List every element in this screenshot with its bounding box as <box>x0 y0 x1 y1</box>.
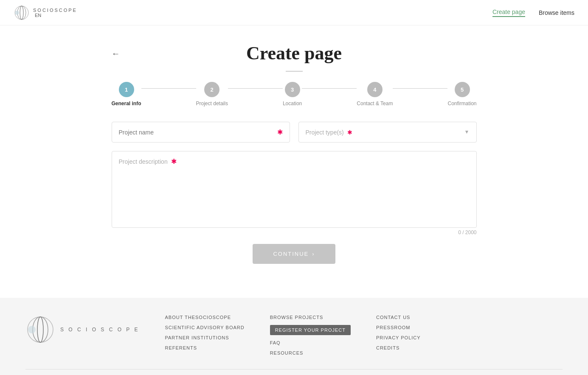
svg-point-3 <box>15 11 19 15</box>
step-5: 5 Confirmation <box>447 82 476 106</box>
description-required: ✱ <box>171 157 177 165</box>
footer-link-about[interactable]: ABOUT THESOCIOSCOPE <box>165 315 244 320</box>
page-header: ← Create page <box>112 42 477 64</box>
step-4-label: Contact & Team <box>357 101 393 106</box>
continue-button[interactable]: CONTINUE › <box>253 244 335 264</box>
step-3-circle: 3 <box>285 82 300 97</box>
svg-point-2 <box>20 6 23 20</box>
svg-point-7 <box>28 326 36 333</box>
svg-point-6 <box>37 317 43 342</box>
footer-link-pressroom[interactable]: PRESSROOM <box>376 325 421 330</box>
footer-link-advisory[interactable]: SCIENTIFIC ADVISORY BOARD <box>165 325 244 330</box>
step-1-label: General info <box>112 101 141 106</box>
step-4: 4 Contact & Team <box>357 82 393 106</box>
char-count: 0 / 2000 <box>112 229 477 235</box>
main-content: ← Create page 1 General info 2 Project d… <box>103 25 485 298</box>
chevron-down-icon: ▼ <box>464 129 470 135</box>
step-line-1 <box>141 88 196 89</box>
footer-bottom: ▶ ☽ ⚙ Maintained by Paris IAS © 2024 🄯 <box>25 369 563 375</box>
footer-link-referents[interactable]: REFERENTS <box>165 345 244 350</box>
footer-links-group: ABOUT THESOCIOSCOPE SCIENTIFIC ADVISORY … <box>165 315 420 355</box>
step-4-circle: 4 <box>367 82 383 97</box>
project-type-label: Project type(s) ✱ <box>306 129 352 136</box>
step-line-4 <box>393 88 447 89</box>
lang-badge: EN <box>35 13 77 18</box>
footer-link-partners[interactable]: PARTNER INSTITUTIONS <box>165 335 244 340</box>
footer-logo: s o c i o s c o p e <box>25 315 139 344</box>
step-3: 3 Location <box>283 82 302 106</box>
project-type-select[interactable]: Project type(s) ✱ ▼ <box>298 122 477 143</box>
step-line-2 <box>228 88 283 89</box>
step-3-label: Location <box>283 101 302 106</box>
footer-link-faq[interactable]: FAQ <box>270 340 351 345</box>
description-label: Project description <box>119 158 168 165</box>
chevron-right-icon: › <box>312 251 315 257</box>
footer-link-privacy[interactable]: PRIVACY POLICY <box>376 335 421 340</box>
footer-link-browse[interactable]: BROWSE PROJECTS <box>270 315 351 320</box>
project-name-wrapper: ✱ <box>112 122 290 143</box>
footer-logo-text: s o c i o s c o p e <box>60 327 139 333</box>
logo-icon <box>14 5 30 21</box>
footer-logo-icon <box>25 315 55 344</box>
divider <box>286 71 303 72</box>
logo-area: SOCIOSCOPE EN <box>14 5 77 21</box>
footer: s o c i o s c o p e ABOUT THESOCIOSCOPE … <box>0 298 588 375</box>
page-title: Create page <box>246 42 342 64</box>
step-line-3 <box>302 88 357 89</box>
project-name-required: ✱ <box>277 128 283 136</box>
back-button[interactable]: ← <box>112 49 120 58</box>
form-row-1: ✱ Project type(s) ✱ ▼ <box>112 122 477 143</box>
footer-col-3: CONTACT US PRESSROOM PRIVACY POLICY CRED… <box>376 315 421 355</box>
footer-link-resources[interactable]: RESOURCES <box>270 350 351 355</box>
step-2: 2 Project details <box>196 82 228 106</box>
project-type-required: ✱ <box>347 129 352 136</box>
step-1: 1 General info <box>112 82 141 106</box>
step-5-circle: 5 <box>455 82 470 97</box>
footer-main: s o c i o s c o p e ABOUT THESOCIOSCOPE … <box>25 315 563 355</box>
nav-browse-items[interactable]: Browse items <box>539 9 574 16</box>
header: SOCIOSCOPE EN Create page Browse items <box>0 0 588 25</box>
logo-text: SOCIOSCOPE <box>33 8 77 13</box>
footer-link-register[interactable]: REGISTER YOUR PROJECT <box>270 325 351 335</box>
steps-container: 1 General info 2 Project details 3 Locat… <box>112 82 477 106</box>
footer-link-contact[interactable]: CONTACT US <box>376 315 421 320</box>
description-wrapper: Project description ✱ <box>112 151 477 228</box>
footer-col-1: ABOUT THESOCIOSCOPE SCIENTIFIC ADVISORY … <box>165 315 244 355</box>
project-description-textarea[interactable] <box>119 169 470 220</box>
step-1-circle: 1 <box>119 82 134 97</box>
footer-link-credits[interactable]: CREDITS <box>376 345 421 350</box>
step-2-circle: 2 <box>204 82 219 97</box>
step-5-label: Confirmation <box>447 101 476 106</box>
nav: Create page Browse items <box>492 8 574 17</box>
project-name-input[interactable] <box>119 129 276 136</box>
step-2-label: Project details <box>196 101 228 106</box>
nav-create-page[interactable]: Create page <box>492 8 525 17</box>
footer-col-2: BROWSE PROJECTS REGISTER YOUR PROJECT FA… <box>270 315 351 355</box>
